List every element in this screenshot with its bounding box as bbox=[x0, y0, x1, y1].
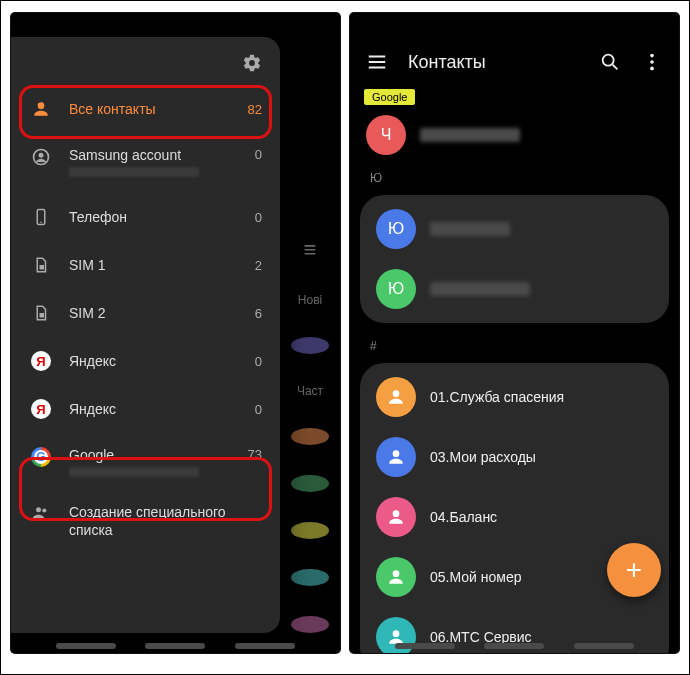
avatar: Ю bbox=[376, 269, 416, 309]
drawer-item-label: Google bbox=[69, 447, 240, 463]
filter-chip[interactable]: Google bbox=[364, 89, 415, 105]
avatar bbox=[291, 616, 329, 633]
right-screenshot: Контакты Google Ч Ю Ю Ю # bbox=[350, 13, 679, 653]
avatar bbox=[376, 557, 416, 597]
sim-icon bbox=[31, 255, 51, 275]
yandex-icon: Я bbox=[31, 399, 51, 419]
background-content: ≡ Нові Част bbox=[280, 37, 340, 633]
avatar bbox=[291, 428, 329, 445]
accounts-drawer: Все контакты 82 Samsung account 0 Телефо… bbox=[11, 37, 280, 633]
avatar bbox=[376, 437, 416, 477]
avatar bbox=[376, 377, 416, 417]
avatar bbox=[291, 522, 329, 539]
drawer-item-label: SIM 2 bbox=[69, 305, 247, 321]
contact-group: Ю Ю bbox=[360, 195, 669, 323]
status-bar bbox=[11, 13, 340, 37]
svg-point-3 bbox=[40, 222, 42, 224]
drawer-item-label: Яндекс bbox=[69, 401, 247, 417]
android-navbar bbox=[350, 643, 679, 649]
avatar bbox=[291, 337, 329, 354]
drawer-item-label: Samsung account bbox=[69, 147, 247, 163]
drawer-item-sim1[interactable]: SIM 1 2 bbox=[11, 241, 280, 289]
redacted-subtitle bbox=[69, 467, 199, 477]
redacted-name bbox=[420, 128, 520, 142]
drawer-item-yandex[interactable]: Я Яндекс 0 bbox=[11, 337, 280, 385]
section-label: Нові bbox=[298, 293, 322, 307]
drawer-item-count: 0 bbox=[255, 147, 262, 162]
avatar bbox=[291, 475, 329, 492]
drawer-item-sim2[interactable]: SIM 2 6 bbox=[11, 289, 280, 337]
redacted-name bbox=[430, 282, 530, 296]
svg-point-7 bbox=[42, 508, 46, 512]
drawer-item-label: Яндекс bbox=[69, 353, 247, 369]
sim-icon bbox=[31, 303, 51, 323]
section-label: Част bbox=[297, 384, 323, 398]
drawer-item-count: 0 bbox=[255, 210, 262, 225]
gear-icon[interactable] bbox=[242, 53, 262, 73]
search-icon[interactable] bbox=[599, 51, 621, 73]
contact-row[interactable]: 04.Баланс bbox=[360, 487, 669, 547]
contact-row[interactable]: Ю bbox=[360, 199, 669, 259]
more-icon[interactable] bbox=[641, 51, 663, 73]
drawer-item-phone[interactable]: Телефон 0 bbox=[11, 193, 280, 241]
drawer-item-count: 0 bbox=[255, 354, 262, 369]
add-contact-fab[interactable]: + bbox=[607, 543, 661, 597]
drawer-item-yandex[interactable]: Я Яндекс 0 bbox=[11, 385, 280, 433]
avatar: Ч bbox=[366, 115, 406, 155]
menu-icon[interactable] bbox=[366, 51, 388, 73]
drawer-item-count: 6 bbox=[255, 306, 262, 321]
contact-row[interactable]: Ч bbox=[350, 111, 679, 165]
person-icon bbox=[31, 99, 51, 119]
drawer-item-count: 2 bbox=[255, 258, 262, 273]
svg-rect-5 bbox=[40, 313, 45, 318]
svg-point-8 bbox=[603, 55, 614, 66]
svg-point-1 bbox=[39, 153, 44, 158]
contact-group: 01.Служба спасения 03.Мои расходы 04.Бал… bbox=[360, 363, 669, 653]
svg-point-9 bbox=[650, 54, 654, 58]
drawer-item-count: 0 bbox=[255, 402, 262, 417]
drawer-item-label: Создание специального списка bbox=[69, 503, 262, 539]
avatar bbox=[291, 569, 329, 586]
contact-name: 03.Мои расходы bbox=[430, 449, 536, 465]
drawer-item-label: Телефон bbox=[69, 209, 247, 225]
yandex-icon: Я bbox=[31, 351, 51, 371]
contact-name: 05.Мой номер bbox=[430, 569, 522, 585]
svg-point-10 bbox=[650, 60, 654, 64]
redacted-name bbox=[430, 222, 510, 236]
contact-name: 04.Баланс bbox=[430, 509, 497, 525]
group-add-icon bbox=[31, 503, 51, 523]
section-header: # bbox=[350, 333, 679, 359]
drawer-item-label: SIM 1 bbox=[69, 257, 247, 273]
status-bar bbox=[350, 13, 679, 37]
drawer-item-google[interactable]: Google 73 bbox=[11, 433, 280, 493]
drawer-item-all-contacts[interactable]: Все контакты 82 bbox=[11, 85, 280, 133]
drawer-item-count: 73 bbox=[248, 447, 262, 462]
drawer-item-count: 82 bbox=[248, 102, 262, 117]
account-icon bbox=[31, 147, 51, 167]
contact-row[interactable]: 03.Мои расходы bbox=[360, 427, 669, 487]
contact-row[interactable]: 01.Служба спасения bbox=[360, 367, 669, 427]
avatar: Ю bbox=[376, 209, 416, 249]
app-bar: Контакты bbox=[350, 37, 679, 87]
drawer-item-label: Все контакты bbox=[69, 101, 240, 117]
menu-icon: ≡ bbox=[304, 237, 317, 263]
section-header: Ю bbox=[350, 165, 679, 191]
contact-row[interactable]: Ю bbox=[360, 259, 669, 319]
left-screenshot: ≡ Нові Част Все контакты 82 bbox=[11, 13, 340, 653]
avatar bbox=[376, 497, 416, 537]
svg-point-6 bbox=[36, 507, 41, 512]
google-icon bbox=[31, 447, 51, 467]
svg-point-11 bbox=[650, 67, 654, 71]
phone-icon bbox=[31, 207, 51, 227]
android-navbar bbox=[11, 643, 340, 649]
svg-rect-4 bbox=[40, 265, 45, 270]
plus-icon: + bbox=[626, 554, 642, 586]
redacted-subtitle bbox=[69, 167, 199, 177]
contact-name: 01.Служба спасения bbox=[430, 389, 564, 405]
drawer-item-create-list[interactable]: Создание специального списка bbox=[11, 493, 280, 549]
drawer-item-samsung[interactable]: Samsung account 0 bbox=[11, 133, 280, 193]
app-title: Контакты bbox=[408, 52, 579, 73]
